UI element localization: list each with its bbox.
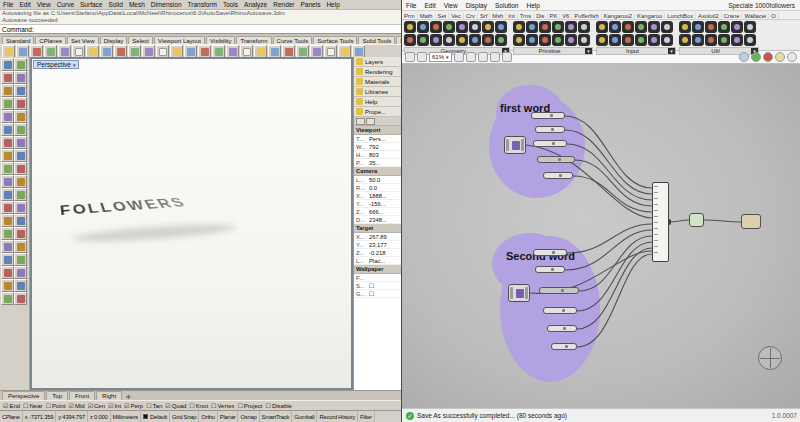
loft-icon[interactable] [14,227,27,240]
sphere-icon[interactable] [1,266,14,279]
zoom-extents-icon[interactable] [478,52,488,62]
sweep2-icon[interactable] [1,253,14,266]
property-row[interactable]: T...Pers... [354,135,401,143]
viewport-tab[interactable]: Right [96,391,122,400]
mesh-icon[interactable] [14,279,27,292]
slider-component[interactable] [531,112,565,119]
toolbar-tab[interactable]: Standard [2,36,34,44]
rhino-menu-item[interactable]: Tools [220,1,241,8]
surface-from-points-icon[interactable] [14,214,27,227]
mesh-icon[interactable] [417,34,429,46]
osnap-checkbox[interactable]: ☐ Disable [266,403,292,409]
annotate-icon[interactable] [14,292,27,305]
gh-menu-item[interactable]: Edit [420,2,439,9]
select-points-icon[interactable] [14,58,27,71]
viewport-tab[interactable]: Front [69,391,95,400]
navigation-map-icon[interactable] [502,52,512,62]
gh-tab[interactable]: Msh [490,13,506,19]
brep-icon[interactable] [417,21,429,33]
toolbar-tab[interactable]: Select [128,36,153,44]
mirror-icon[interactable] [1,97,14,110]
group-icon[interactable] [495,21,507,33]
panel-tab[interactable]: Libraries [354,87,401,97]
gh-menu-item[interactable]: File [402,2,420,9]
status-toggle[interactable]: SmartTrack [260,411,293,422]
open-file-icon[interactable] [405,52,415,62]
gh-tab[interactable]: Crane [722,13,743,19]
curve-icon[interactable] [456,21,468,33]
circle-icon[interactable] [430,21,442,33]
panel-tab[interactable]: Layers [354,57,401,67]
property-row[interactable]: X...1888... [354,192,401,200]
gh-tab[interactable]: V6 [560,13,572,19]
complex-icon[interactable] [539,21,551,33]
gh-tab[interactable]: LunchBox [665,13,696,19]
property-row[interactable]: Y...-156... [354,200,401,208]
text-param-component[interactable] [508,284,530,302]
cherry-picker-icon[interactable] [679,21,691,33]
colour-picker-icon[interactable] [622,21,634,33]
vector-icon[interactable] [495,34,507,46]
slider-component[interactable] [533,140,567,147]
osnap-checkbox[interactable]: ☑ End [3,403,20,409]
status-toggle[interactable]: Osnap [238,411,259,422]
slider-component[interactable] [551,343,577,350]
toolbar-tab[interactable]: Surface Tools [313,36,357,44]
rectangle-icon[interactable] [469,34,481,46]
relay-icon[interactable] [692,34,704,46]
rhino-menu-item[interactable]: Render [270,1,297,8]
ribbon-group-label[interactable]: Input [596,47,676,55]
trim-icon[interactable] [1,110,14,123]
text-param-component[interactable] [504,136,526,154]
osnap-checkbox[interactable]: ☐ Project [237,403,262,409]
rhino-menu-item[interactable]: Panels [298,1,324,8]
hide-preview-icon[interactable] [739,52,749,62]
status-toggle[interactable]: Filter [358,411,375,422]
panel-component[interactable] [539,287,579,294]
select-icon[interactable] [1,58,14,71]
gh-tab[interactable]: Pufferfish [572,13,601,19]
osnap-checkbox[interactable]: ☐ Point [45,403,65,409]
control-knob-icon[interactable] [648,21,660,33]
gh-tab[interactable]: Set [436,13,450,19]
trigger-icon[interactable] [731,34,743,46]
colour-icon[interactable] [526,21,538,33]
gh-canvas[interactable]: first word Second word [402,64,800,408]
output-component[interactable] [741,214,761,229]
slider-component[interactable] [547,325,577,332]
toolbar-tab[interactable]: Curve Tools [273,36,313,44]
slider-component[interactable] [543,172,573,179]
box-icon[interactable] [14,253,27,266]
rhino-menu-item[interactable]: Mesh [126,1,148,8]
gh-tab[interactable]: Int [506,13,517,19]
group-expand-icon[interactable] [668,48,675,54]
osnap-checkbox[interactable]: ☑ Int [108,403,121,409]
cylinder-icon[interactable] [14,266,27,279]
selected-only-preview-icon[interactable] [775,52,785,62]
property-row[interactable]: S...☐ [354,282,401,290]
osnap-checkbox[interactable]: ☑ Quad [165,403,186,409]
osnap-checkbox[interactable]: ☑ Perp [124,403,143,409]
gh-tab[interactable]: Crv [464,13,478,19]
toolbar-tab[interactable]: Solid Tools [358,36,395,44]
gh-tab[interactable]: Dis [534,13,547,19]
gh-tab[interactable]: Prm [402,13,418,19]
gh-tab[interactable]: PK [548,13,561,19]
osnap-checkbox[interactable]: ☑ Cen [88,403,105,409]
number-slider-icon[interactable] [635,34,647,46]
units-field[interactable]: Millimeters [111,411,142,422]
line-icon[interactable] [404,34,416,46]
param-viewer-icon[interactable] [679,34,691,46]
matrix-icon[interactable] [552,34,564,46]
scribble-icon[interactable] [705,34,717,46]
colour-swatch-icon[interactable] [635,21,647,33]
cplane-button[interactable]: CPlane [0,411,23,422]
toolbar-tab[interactable]: Visibility [206,36,236,44]
toolbar-tab[interactable]: CPlanes [35,36,66,44]
property-row[interactable]: G...☐ [354,290,401,298]
image-sampler-icon[interactable] [609,34,621,46]
polyline-icon[interactable] [14,162,27,175]
box-icon[interactable] [404,21,416,33]
gh-tab[interactable]: Srf [478,13,490,19]
data-path-icon[interactable] [565,21,577,33]
